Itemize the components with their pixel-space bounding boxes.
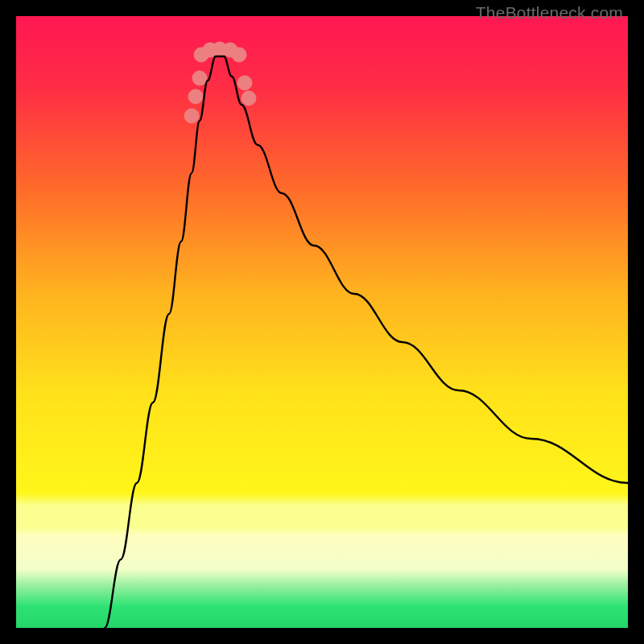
plot-frame xyxy=(16,16,628,628)
bottleneck-curve xyxy=(105,56,628,628)
marker-dot xyxy=(188,89,203,104)
marker-dot xyxy=(184,109,199,123)
watermark-text: TheBottleneck.com xyxy=(476,3,623,23)
marker-dot xyxy=(192,71,207,85)
marker-dot xyxy=(242,91,256,105)
curve-layer xyxy=(16,16,628,628)
marker-dot xyxy=(237,76,252,90)
marker-bar xyxy=(201,49,239,55)
